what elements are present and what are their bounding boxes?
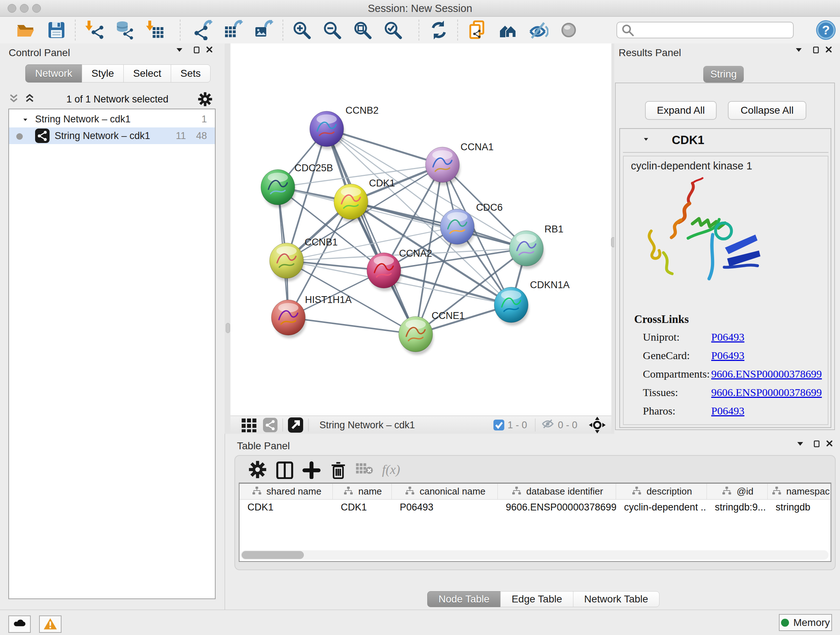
search-input[interactable] [635, 24, 788, 36]
tab-network-table[interactable]: Network Table [573, 591, 660, 607]
tab-edge-table[interactable]: Edge Table [500, 591, 573, 607]
network-node-CDKN1A[interactable]: CDKN1A [494, 279, 570, 325]
table-cell[interactable]: P06493 [392, 499, 498, 515]
panel-float-icon[interactable] [812, 440, 824, 450]
entry-collapse-icon[interactable] [642, 136, 652, 144]
show-columns-icon[interactable] [275, 460, 294, 479]
panel-menu-icon[interactable] [795, 440, 807, 450]
crosslink-link[interactable]: P06493 [711, 405, 745, 417]
network-row-selected[interactable]: String Network – cdk1 11 48 [9, 127, 215, 144]
add-column-icon[interactable] [302, 460, 321, 479]
network-edge[interactable] [288, 318, 416, 334]
help-button[interactable]: ? [815, 19, 836, 41]
network-node-CCNA1[interactable]: CCNA1 [425, 141, 494, 185]
fit-selected-icon[interactable] [589, 417, 606, 433]
table-cell[interactable]: CDK1 [240, 499, 333, 515]
selected-checkbox-icon[interactable] [493, 419, 505, 431]
network-badge-icon[interactable] [263, 418, 278, 432]
network-collection-row[interactable]: String Network – cdk1 1 [9, 111, 215, 127]
cloud-button[interactable] [8, 616, 31, 633]
crosslink-link[interactable]: 9606.ENSP00000378699 [711, 386, 822, 399]
table-options-gear-icon[interactable] [248, 460, 267, 479]
column-header-@id[interactable]: @id [707, 484, 767, 499]
panel-divider-left[interactable] [225, 43, 231, 434]
collapse-all-icon[interactable] [24, 93, 37, 106]
collapse-all-button[interactable]: Collapse All [728, 101, 806, 120]
zoom-fit-button[interactable] [352, 20, 373, 40]
column-header-database-identifier[interactable]: database identifier [498, 484, 616, 499]
crosslink-link[interactable]: P06493 [711, 349, 745, 362]
column-header-namespac[interactable]: namespac [767, 484, 831, 499]
network-tree: String Network – cdk1 1 String Network –… [8, 109, 216, 599]
network-node-CCNB2[interactable]: CCNB2 [309, 105, 379, 149]
table-cell[interactable]: stringdb [767, 499, 831, 515]
panel-float-icon[interactable] [192, 46, 204, 57]
panel-menu-icon[interactable] [794, 46, 806, 57]
column-header-description[interactable]: description [616, 484, 707, 499]
network-node-CCNA2[interactable]: CCNA2 [367, 248, 432, 291]
function-builder-icon[interactable]: f(x) [382, 462, 400, 477]
tab-network[interactable]: Network [25, 65, 82, 82]
crosslink-link[interactable]: 9606.ENSP00000378699 [711, 368, 822, 380]
horizontal-scrollbar[interactable] [241, 550, 829, 560]
zoom-out-button[interactable] [322, 20, 342, 40]
scrollbar-thumb[interactable] [242, 551, 304, 559]
export-table-button[interactable] [223, 20, 243, 40]
network-node-RB1[interactable]: RB1 [509, 224, 564, 269]
search-field[interactable] [616, 22, 794, 38]
network-view[interactable]: CCNB2 CCNA1 CDC25B CDK1 [231, 43, 611, 434]
table-cell[interactable]: stringdb:9... [707, 499, 767, 515]
hidden-count: 0 - 0 [558, 420, 577, 431]
divider-handle[interactable] [226, 323, 230, 333]
export-network-button[interactable] [193, 20, 213, 40]
hidden-eye-icon[interactable] [540, 419, 555, 431]
table-cell[interactable]: CDK1 [333, 499, 392, 515]
import-network-button[interactable] [84, 20, 104, 40]
table-cell[interactable]: cyclin-dependent ... [616, 499, 707, 515]
save-session-button[interactable] [46, 20, 66, 40]
column-header-name[interactable]: name [333, 484, 392, 499]
tab-select[interactable]: Select [123, 65, 171, 82]
hide-eye-button[interactable] [528, 20, 548, 40]
network-graph[interactable]: CCNB2 CCNA1 CDC25B CDK1 [231, 43, 611, 416]
network-node-CDC25B[interactable]: CDC25B [261, 163, 333, 208]
table-cell[interactable]: 9606.ENSP00000378699 [498, 499, 616, 515]
entry-details: cyclin-dependent kinase 1 [623, 156, 829, 425]
table-row[interactable]: CDK1CDK1P064939606.ENSP00000378699cyclin… [240, 499, 831, 515]
network-node-HIST1H1A[interactable]: HIST1H1A [271, 295, 352, 338]
control-panel-tabs: NetworkStyleSelectSets [25, 65, 210, 82]
export-image-button[interactable] [253, 20, 273, 40]
panel-menu-icon[interactable] [174, 46, 187, 57]
tab-sets[interactable]: Sets [171, 65, 210, 82]
grid-view-icon[interactable] [240, 418, 256, 432]
network-options-gear-icon[interactable] [197, 92, 213, 107]
warnings-button[interactable] [39, 616, 62, 633]
open-in-window-icon[interactable] [288, 417, 303, 432]
expand-all-button[interactable]: Expand All [645, 101, 717, 120]
import-table-button[interactable] [145, 20, 165, 40]
tab-style[interactable]: Style [82, 65, 124, 82]
open-file-button[interactable] [16, 20, 36, 40]
column-header-canonical-name[interactable]: canonical name [392, 484, 498, 499]
expand-all-icon[interactable] [8, 93, 21, 106]
panel-close-icon[interactable] [825, 440, 837, 450]
column-header-shared-name[interactable]: shared name [240, 484, 333, 499]
zoom-selected-button[interactable] [383, 20, 403, 40]
crosslink-link[interactable]: P06493 [711, 331, 745, 343]
panel-close-icon[interactable] [205, 46, 217, 57]
tab-node-table[interactable]: Node Table [427, 591, 501, 607]
delete-table-icon[interactable] [355, 460, 374, 479]
zoom-in-button[interactable] [292, 20, 312, 40]
panel-float-icon[interactable] [811, 46, 823, 57]
selected-count: 1 - 0 [508, 420, 527, 431]
tab-string[interactable]: String [703, 66, 744, 82]
panel-close-icon[interactable] [824, 46, 836, 57]
refresh-button[interactable] [429, 20, 449, 40]
delete-column-icon[interactable] [328, 460, 347, 479]
gray-eye-button[interactable] [559, 20, 579, 40]
collection-expand-icon[interactable] [21, 116, 31, 123]
memory-button[interactable]: Memory [779, 614, 832, 631]
copy-document-button[interactable] [467, 20, 488, 40]
home-button[interactable] [498, 20, 518, 40]
import-database-button[interactable] [114, 20, 134, 40]
